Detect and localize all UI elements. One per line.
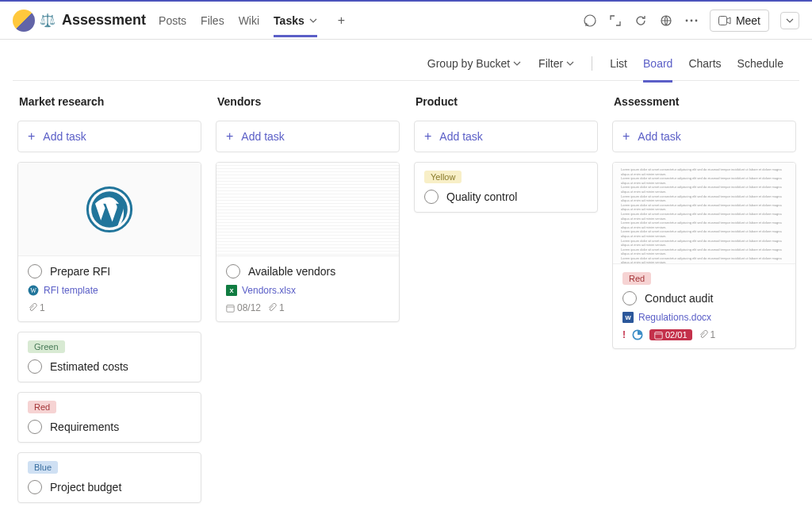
category-label: Blue xyxy=(28,461,58,474)
add-task-label: Add task xyxy=(439,130,482,143)
category-label: Yellow xyxy=(424,171,462,183)
attachment-name: Vendors.xlsx xyxy=(242,285,296,296)
more-icon[interactable] xyxy=(684,13,699,28)
add-task-button[interactable]: +Add task xyxy=(216,121,400,152)
attachment-name: RFI template xyxy=(44,285,98,296)
column-title: Market research xyxy=(17,94,201,111)
complete-checkbox[interactable] xyxy=(28,359,42,374)
due-date-badge: 02/01 xyxy=(649,329,692,340)
column-title: Assessment xyxy=(612,94,796,111)
due-date: 08/12 xyxy=(226,302,261,313)
task-card[interactable]: Prepare RFIWRFI template1 xyxy=(17,162,201,322)
task-title: Prepare RFI xyxy=(50,265,110,278)
tab-tasks[interactable]: Tasks xyxy=(274,5,317,36)
svg-rect-12 xyxy=(227,305,234,312)
tab-tasks-label: Tasks xyxy=(274,14,304,27)
category-label: Red xyxy=(28,401,56,413)
scales-icon: ⚖️ xyxy=(40,13,56,29)
group-by-dropdown[interactable]: Group by Bucket xyxy=(427,57,521,70)
task-card[interactable]: GreenEstimated costs xyxy=(17,332,201,382)
card-preview: Lorem ipsum dolor sit amet consectetur a… xyxy=(613,163,795,264)
task-title: Requirements xyxy=(50,421,119,433)
svg-rect-5 xyxy=(718,16,726,25)
card-preview xyxy=(216,163,399,256)
card-footer: !02/011 xyxy=(622,329,786,340)
attachment-row[interactable]: XVendors.xlsx xyxy=(226,285,389,296)
expand-icon[interactable] xyxy=(608,13,622,28)
task-card[interactable]: YellowQuality control xyxy=(414,162,598,213)
attachment-row[interactable]: WRegulations.docx xyxy=(622,312,786,323)
svg-point-3 xyxy=(690,19,692,21)
add-task-button[interactable]: +Add task xyxy=(414,121,598,152)
group-by-label: Group by Bucket xyxy=(427,57,510,70)
view-board[interactable]: Board xyxy=(643,49,672,78)
task-title: Quality control xyxy=(446,190,517,203)
category-label: Red xyxy=(622,272,651,285)
add-task-button[interactable]: +Add task xyxy=(612,121,796,152)
column-vendors: Vendors+Add taskAvailable vendorsXVendor… xyxy=(216,94,400,503)
card-footer: 1 xyxy=(28,302,191,313)
add-task-label: Add task xyxy=(43,130,86,143)
complete-checkbox[interactable] xyxy=(28,480,42,494)
view-charts[interactable]: Charts xyxy=(688,49,721,78)
complete-checkbox[interactable] xyxy=(424,190,439,204)
attachment-count: 1 xyxy=(699,329,716,340)
svg-text:X: X xyxy=(229,287,233,294)
tab-wiki[interactable]: Wiki xyxy=(239,5,259,36)
column-title: Vendors xyxy=(216,94,400,111)
tab-posts[interactable]: Posts xyxy=(159,5,186,36)
plus-icon: + xyxy=(226,129,233,144)
svg-point-2 xyxy=(685,19,688,21)
add-task-button[interactable]: +Add task xyxy=(17,121,201,152)
svg-text:W: W xyxy=(625,314,631,321)
complete-checkbox[interactable] xyxy=(226,264,240,278)
add-task-label: Add task xyxy=(241,130,284,143)
add-tab-button[interactable]: + xyxy=(335,10,348,31)
svg-rect-16 xyxy=(655,332,662,339)
board-toolbar: Group by Bucket Filter List Board Charts… xyxy=(13,46,799,81)
task-title: Project budget xyxy=(50,481,121,494)
view-schedule[interactable]: Schedule xyxy=(737,49,783,78)
card-preview xyxy=(18,163,201,256)
refresh-icon[interactable] xyxy=(634,13,648,28)
chat-icon[interactable] xyxy=(583,13,597,28)
meet-label: Meet xyxy=(736,14,760,27)
complete-checkbox[interactable] xyxy=(622,291,637,305)
progress-icon xyxy=(632,329,643,340)
task-card[interactable]: Lorem ipsum dolor sit amet consectetur a… xyxy=(612,162,796,349)
attachment-name: Regulations.docx xyxy=(638,312,711,323)
meet-dropdown[interactable] xyxy=(780,12,799,29)
column-title: Product xyxy=(414,94,598,111)
tabs: Posts Files Wiki Tasks + xyxy=(159,5,348,36)
task-card[interactable]: Available vendorsXVendors.xlsx08/121 xyxy=(216,162,400,322)
app-header: ⚖️ Assessment Posts Files Wiki Tasks + xyxy=(0,2,812,40)
complete-checkbox[interactable] xyxy=(28,420,42,434)
task-card[interactable]: BlueProject budget xyxy=(17,452,201,503)
plus-icon: + xyxy=(424,129,431,144)
column-market-research: Market research+Add taskPrepare RFIWRFI … xyxy=(17,94,201,503)
view-list[interactable]: List xyxy=(610,49,627,78)
task-title: Available vendors xyxy=(248,265,335,278)
complete-checkbox[interactable] xyxy=(28,264,42,278)
plus-icon: + xyxy=(28,129,35,144)
attachment-row[interactable]: WRFI template xyxy=(28,285,191,296)
filter-dropdown[interactable]: Filter xyxy=(538,57,574,70)
task-card[interactable]: RedRequirements xyxy=(17,392,201,443)
filter-label: Filter xyxy=(538,57,563,70)
attachment-count: 1 xyxy=(267,302,285,313)
svg-point-4 xyxy=(695,19,697,21)
plus-icon: + xyxy=(622,129,630,144)
tab-files[interactable]: Files xyxy=(201,5,224,36)
meet-button[interactable]: Meet xyxy=(710,10,769,32)
chevron-down-icon xyxy=(566,60,574,67)
svg-text:W: W xyxy=(30,287,36,294)
kanban-board: Market research+Add taskPrepare RFIWRFI … xyxy=(0,81,812,516)
globe-icon[interactable] xyxy=(659,13,673,28)
video-icon xyxy=(718,16,731,25)
chevron-down-icon[interactable] xyxy=(309,17,317,25)
task-title: Conduct audit xyxy=(645,292,713,305)
chevron-down-icon xyxy=(513,60,521,67)
category-label: Green xyxy=(28,340,65,353)
column-product: Product+Add taskYellowQuality control xyxy=(414,94,598,503)
column-assessment: Assessment+Add taskLorem ipsum dolor sit… xyxy=(612,94,796,503)
